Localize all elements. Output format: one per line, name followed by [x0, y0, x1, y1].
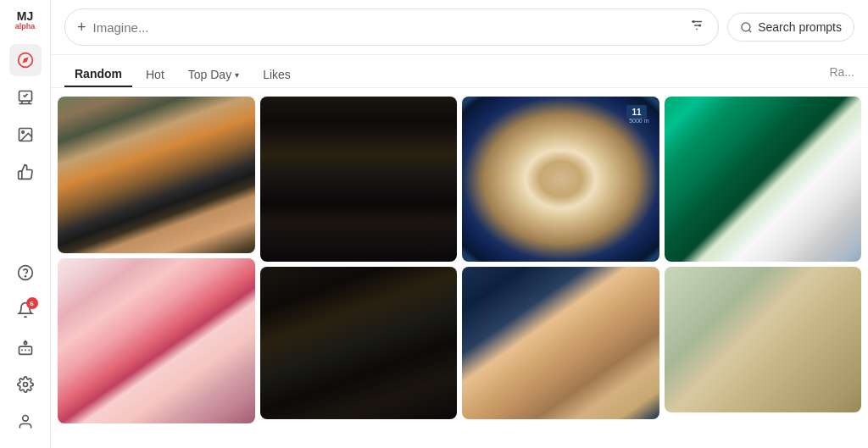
search-icon: [740, 21, 753, 34]
search-prompts-button[interactable]: Search prompts: [727, 13, 854, 41]
nav-icon-settings[interactable]: [9, 368, 42, 401]
nav-tabs: Random Hot Top Day ▾ Likes Ra...: [51, 55, 868, 88]
tab-top-day[interactable]: Top Day ▾: [178, 63, 249, 86]
map-image[interactable]: [665, 267, 862, 412]
plus-icon[interactable]: +: [77, 19, 86, 36]
nav-icon-explore[interactable]: [9, 44, 42, 76]
gallery-col-3: 11 5000 m: [462, 97, 659, 423]
tab-top-day-label: Top Day: [188, 68, 231, 81]
search-prompts-label: Search prompts: [758, 20, 842, 34]
gallery: 11 5000 m: [51, 88, 868, 448]
tab-hot-label: Hot: [146, 68, 164, 81]
svg-marker-1: [22, 57, 28, 63]
app-logo: MJ alpha: [15, 10, 36, 30]
svg-point-16: [22, 416, 28, 422]
svg-line-23: [749, 30, 752, 32]
notification-badge: 6: [26, 297, 38, 309]
filter-button[interactable]: [687, 16, 706, 38]
svg-point-20: [693, 20, 695, 23]
nav-icon-notifications[interactable]: 6: [9, 294, 42, 326]
house-image[interactable]: [58, 97, 255, 253]
logo-text: MJ: [17, 10, 33, 22]
nav-icon-likes[interactable]: [9, 156, 42, 188]
main-content: + Search prompts Random: [51, 0, 868, 448]
tab-likes[interactable]: Likes: [253, 63, 301, 86]
nav-icon-create[interactable]: [9, 81, 42, 113]
imagine-input[interactable]: [93, 20, 682, 35]
sidebar: MJ alpha: [0, 0, 51, 448]
nav-icon-bot[interactable]: [9, 331, 42, 363]
gallery-col-4: [665, 97, 862, 423]
panda-image[interactable]: [665, 97, 862, 262]
imagine-bar[interactable]: +: [64, 8, 719, 46]
tab-hot[interactable]: Hot: [136, 63, 175, 86]
svg-point-22: [742, 22, 750, 30]
cake-image[interactable]: [58, 258, 255, 423]
dark-room-image[interactable]: [260, 97, 458, 262]
gallery-grid: 11 5000 m: [58, 97, 861, 423]
logo-alpha: alpha: [15, 22, 36, 30]
nav-icon-gallery[interactable]: [9, 119, 42, 151]
svg-point-15: [23, 383, 27, 387]
face-circle-image[interactable]: [462, 267, 659, 419]
tab-random[interactable]: Random: [64, 62, 132, 87]
nav-icon-profile[interactable]: [9, 406, 42, 438]
header: + Search prompts: [51, 0, 868, 55]
svg-point-21: [698, 25, 701, 27]
chevron-down-icon: ▾: [235, 70, 239, 80]
svg-point-7: [21, 131, 23, 134]
mirror-image[interactable]: 11 5000 m: [462, 97, 659, 262]
gallery-col-2: [260, 97, 458, 423]
gallery-col-1: [58, 97, 255, 423]
nav-icon-help[interactable]: [9, 257, 42, 289]
nav-right-text: Ra...: [829, 65, 854, 84]
tab-likes-label: Likes: [263, 68, 291, 81]
sleeping-image[interactable]: [260, 267, 458, 419]
tab-random-label: Random: [75, 67, 122, 80]
sidebar-bottom: 6: [9, 257, 42, 438]
